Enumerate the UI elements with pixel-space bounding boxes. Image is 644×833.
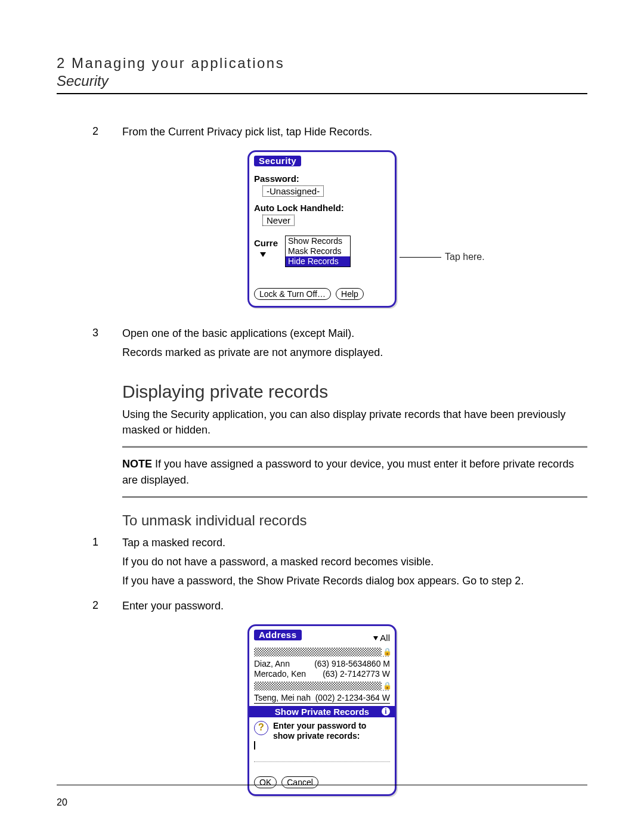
option-show-records[interactable]: Show Records [286, 236, 350, 246]
step-text: Records marked as private are not anymor… [122, 345, 587, 360]
step-text: From the Current Privacy pick list, tap … [122, 124, 587, 140]
masked-record[interactable]: 🔒 [254, 682, 390, 690]
palm-window-security: Security Password: -Unassigned- Auto Loc… [247, 150, 397, 308]
step-number: 1 [57, 535, 122, 592]
dialog-prompt: ? Enter your password to show private re… [254, 721, 390, 741]
password-label: Password: [254, 174, 390, 184]
section-heading: Security [57, 73, 587, 89]
unmask-step-1: 1 Tap a masked record. If you do not hav… [57, 535, 587, 592]
heading-displaying-private: Displaying private records [122, 382, 587, 402]
page: 2 Managing your applications Security 2 … [0, 0, 644, 833]
ok-button[interactable]: OK [254, 776, 277, 788]
note-rule-bottom [122, 496, 587, 498]
contact-phone: (63) 918-5634860 M [314, 659, 390, 669]
figure-address-app: Address All 🔒 Diaz, Ann (63) 918-5634860… [57, 624, 587, 796]
step-text: Enter your password. [122, 598, 587, 614]
window-title: Security [254, 156, 301, 166]
step-text: If you have a password, the Show Private… [122, 573, 587, 589]
address-row[interactable]: Diaz, Ann (63) 918-5634860 M [254, 659, 390, 669]
contact-name: Mercado, Ken [254, 669, 306, 679]
lock-icon: 🔒 [382, 648, 392, 656]
cancel-button[interactable]: Cancel [281, 776, 318, 788]
autolock-value[interactable]: Never [262, 215, 295, 226]
step-number: 2 [57, 598, 122, 617]
current-privacy-picklist[interactable]: Curre Show Records Mask Records Hide Rec… [254, 238, 390, 259]
chapter-heading: 2 Managing your applications [57, 55, 587, 72]
contact-phone: (63) 2-7142773 W [323, 669, 390, 679]
current-privacy-label: Curre [254, 238, 278, 248]
password-input[interactable] [254, 741, 390, 762]
step-text: Open one of the basic applications (exce… [122, 326, 587, 341]
option-hide-records[interactable]: Hide Records [286, 256, 350, 267]
unmask-step-2: 2 Enter your password. [57, 598, 587, 617]
note-rule-top [122, 446, 587, 448]
option-mask-records[interactable]: Mask Records [286, 246, 350, 256]
step-text: If you do not have a password, a masked … [122, 554, 587, 569]
step-2: 2 From the Current Privacy pick list, ta… [57, 124, 587, 143]
category-label: All [380, 633, 390, 643]
contact-name: Tseng, Mei nah [254, 693, 311, 703]
header-rule [57, 93, 587, 94]
step-text: Tap a masked record. [122, 535, 587, 550]
masked-record[interactable]: 🔒 [254, 648, 390, 657]
heading-unmask-individual: To unmask individual records [122, 512, 587, 529]
callout-tap-here: Tap here. [400, 252, 485, 262]
step-3: 3 Open one of the basic applications (ex… [57, 326, 587, 364]
figure-security-app: Security Password: -Unassigned- Auto Loc… [57, 150, 587, 308]
lock-icon: 🔒 [382, 682, 392, 690]
lock-turn-off-button[interactable]: Lock & Turn Off… [254, 288, 331, 300]
paragraph: Using the Security application, you can … [122, 407, 587, 438]
callout-text: Tap here. [445, 252, 485, 262]
callout-line [400, 257, 441, 258]
help-button[interactable]: Help [336, 288, 364, 300]
window-title: Address [254, 630, 302, 640]
footer-rule [57, 785, 587, 785]
contact-name: Diaz, Ann [254, 659, 290, 669]
dialog-title: Show Private Records i [249, 706, 395, 717]
privacy-popup[interactable]: Show Records Mask Records Hide Records [285, 236, 351, 267]
contact-phone: (002) 2-1234-364 W [315, 693, 390, 703]
step-number: 2 [57, 124, 122, 143]
address-row[interactable]: Mercado, Ken (63) 2-7142773 W [254, 669, 390, 679]
autolock-label: Auto Lock Handheld: [254, 203, 390, 213]
category-picker[interactable]: All [373, 633, 390, 643]
step-number: 3 [57, 326, 122, 364]
info-icon[interactable]: i [382, 707, 390, 716]
chevron-down-icon [260, 252, 266, 257]
note-label: NOTE [122, 458, 152, 470]
palm-window-address: Address All 🔒 Diaz, Ann (63) 918-5634860… [247, 624, 397, 796]
prompt-text: Enter your password to show private reco… [273, 721, 390, 741]
note: NOTE If you have assigned a password to … [122, 456, 587, 487]
chevron-down-icon [373, 636, 378, 640]
note-text: If you have assigned a password to your … [122, 458, 574, 485]
question-icon: ? [254, 721, 268, 735]
address-row[interactable]: Tseng, Mei nah (002) 2-1234-364 W [254, 693, 390, 704]
text-cursor [254, 741, 255, 750]
page-number: 20 [57, 797, 67, 808]
dialog-title-text: Show Private Records [275, 707, 369, 717]
password-value[interactable]: -Unassigned- [262, 185, 324, 197]
